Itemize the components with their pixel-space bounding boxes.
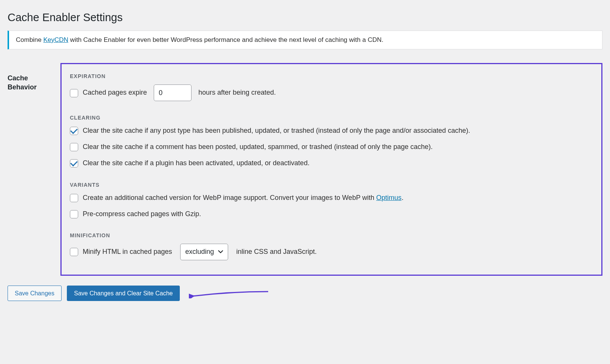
chevron-down-icon: [218, 248, 223, 256]
minify-html-checkbox[interactable]: [70, 248, 78, 256]
variant-gzip-label: Pre-compress cached pages with Gzip.: [83, 209, 201, 219]
minify-post-text: inline CSS and JavaScript.: [236, 247, 317, 256]
save-button[interactable]: Save Changes: [8, 286, 62, 301]
variant-gzip-checkbox[interactable]: [70, 210, 78, 218]
expiration-heading: EXPIRATION: [70, 73, 593, 79]
clear-plugin-checkbox[interactable]: [70, 159, 78, 167]
info-notice: Combine KeyCDN with Cache Enabler for ev…: [8, 31, 602, 49]
clearing-heading: CLEARING: [70, 115, 593, 121]
expiration-checkbox[interactable]: [70, 89, 78, 97]
keycdn-link[interactable]: KeyCDN: [43, 36, 68, 43]
expiration-hours-input[interactable]: [154, 84, 191, 101]
clear-post-type-checkbox[interactable]: [70, 127, 78, 135]
minify-pre-text: Minify HTML in cached pages: [83, 247, 172, 256]
minification-heading: MINIFICATION: [70, 232, 593, 238]
notice-text-pre: Combine: [16, 36, 43, 43]
clear-comment-checkbox[interactable]: [70, 143, 78, 151]
variants-heading: VARIANTS: [70, 182, 593, 188]
notice-text-post: with Cache Enabler for even better WordP…: [68, 36, 383, 43]
clear-plugin-label: Clear the site cache if a plugin has bee…: [83, 158, 309, 168]
minification-section: MINIFICATION Minify HTML in cached pages…: [70, 232, 593, 260]
minify-mode-value: excluding: [185, 247, 214, 256]
expiration-section: EXPIRATION Cached pages expire hours aft…: [70, 73, 593, 101]
settings-box: EXPIRATION Cached pages expire hours aft…: [60, 63, 602, 276]
page-title: Cache Enabler Settings: [8, 11, 602, 24]
variant-webp-checkbox[interactable]: [70, 194, 78, 202]
cache-behavior-label: Cache Behavior: [8, 63, 57, 92]
clear-comment-label: Clear the site cache if a comment has be…: [83, 142, 433, 152]
clear-post-type-label: Clear the site cache if any post type ha…: [83, 126, 470, 135]
expiration-pre-text: Cached pages expire: [83, 88, 147, 97]
button-row: Save Changes Save Changes and Clear Site…: [8, 286, 602, 301]
optimus-link[interactable]: Optimus: [376, 194, 402, 201]
clearing-section: CLEARING Clear the site cache if any pos…: [70, 115, 593, 168]
save-clear-button[interactable]: Save Changes and Clear Site Cache: [67, 286, 180, 301]
minify-mode-select[interactable]: excluding: [180, 244, 228, 260]
annotation-arrow-icon: [189, 291, 272, 296]
variants-section: VARIANTS Create an additional cached ver…: [70, 182, 593, 219]
variant-webp-label: Create an additional cached version for …: [83, 193, 403, 203]
expiration-post-text: hours after being created.: [198, 88, 276, 97]
